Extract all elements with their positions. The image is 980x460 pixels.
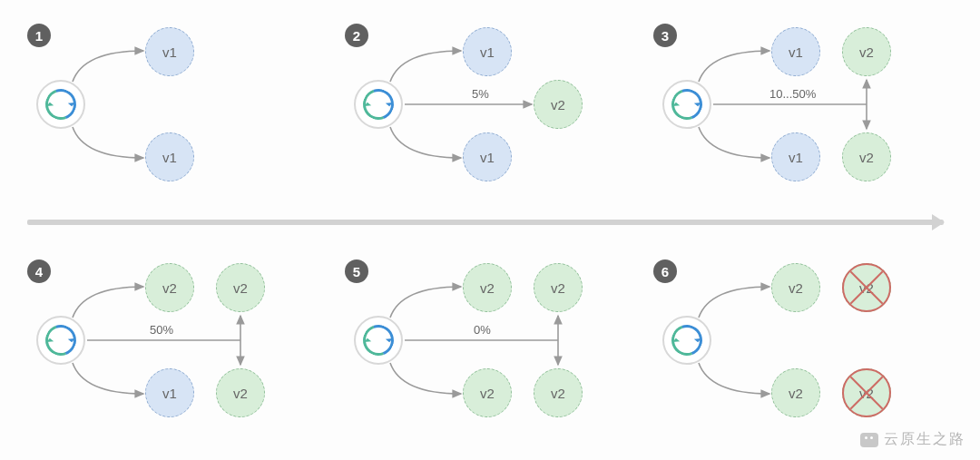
node-label: v1 <box>162 150 177 165</box>
step-badge: 6 <box>653 259 677 283</box>
rollout-controller-icon <box>662 80 711 129</box>
removed-node-v2: v2 <box>842 368 891 417</box>
target-node-v2: v2 <box>145 263 194 312</box>
step-number: 5 <box>353 264 360 279</box>
step-panel-6: 6 v2 v2 v2 v2 <box>644 254 953 426</box>
canary-percentage-label: 0% <box>474 323 491 337</box>
node-label: v1 <box>789 150 803 165</box>
extra-node-v2: v2 <box>534 368 583 417</box>
node-label: v2 <box>233 280 248 296</box>
target-node-v1: v1 <box>145 27 194 76</box>
node-label: v1 <box>162 44 177 60</box>
target-node-v1: v1 <box>145 368 194 417</box>
node-label: v2 <box>859 150 874 165</box>
node-label: v2 <box>859 386 874 401</box>
extra-node-v2: v2 <box>842 27 891 76</box>
node-label: v2 <box>480 386 495 401</box>
target-node-v1: v1 <box>463 27 512 76</box>
step-panel-1: 1 v1 v1 <box>18 18 327 191</box>
timeline-arrow <box>27 220 944 225</box>
rollout-controller-icon <box>354 80 403 129</box>
node-label: v2 <box>233 386 248 401</box>
step-panel-4: 4 v2 v1 v2 v2 50% <box>18 254 327 426</box>
step-badge: 5 <box>345 259 368 283</box>
step-number: 2 <box>353 28 360 44</box>
target-node-v1: v1 <box>771 27 820 76</box>
target-node-v1: v1 <box>145 132 194 181</box>
step-panel-3: 3 v1 v1 v2 v2 10...50% <box>644 18 953 191</box>
extra-node-v2: v2 <box>842 132 891 181</box>
node-label: v1 <box>480 44 495 60</box>
target-node-v1: v1 <box>771 132 820 181</box>
rollout-controller-icon <box>354 316 403 365</box>
target-node-v2: v2 <box>463 368 512 417</box>
extra-node-v2: v2 <box>534 263 583 312</box>
node-label: v2 <box>551 97 565 113</box>
node-label: v2 <box>480 280 495 296</box>
node-label: v1 <box>480 150 495 165</box>
target-node-v2: v2 <box>771 368 820 417</box>
step-badge: 1 <box>27 24 51 47</box>
step-panel-2: 2 v1 v2 v1 5% <box>336 18 644 191</box>
wechat-icon <box>860 433 878 447</box>
step-number: 4 <box>35 264 43 279</box>
target-node-v2: v2 <box>771 263 820 312</box>
node-label: v2 <box>162 280 177 296</box>
watermark-text: 云原生之路 <box>884 430 965 449</box>
node-label: v1 <box>789 44 803 60</box>
canary-percentage-label: 50% <box>150 323 173 337</box>
step-panel-5: 5 v2 v2 v2 v2 0% <box>336 254 644 426</box>
node-label: v2 <box>551 280 565 296</box>
step-badge: 4 <box>27 259 51 283</box>
extra-node-v2: v2 <box>216 263 265 312</box>
canary-percentage-label: 10...50% <box>769 87 816 101</box>
node-label: v2 <box>789 280 803 296</box>
step-badge: 3 <box>653 24 677 47</box>
rollout-controller-icon <box>36 316 85 365</box>
step-number: 1 <box>35 28 43 44</box>
removed-node-v2: v2 <box>842 263 891 312</box>
step-badge: 2 <box>345 24 368 47</box>
canary-percentage-label: 5% <box>472 87 489 101</box>
node-label: v1 <box>162 386 177 401</box>
watermark: 云原生之路 <box>860 430 965 449</box>
rollout-controller-icon <box>36 80 85 129</box>
extra-node-v2: v2 <box>216 368 265 417</box>
step-number: 3 <box>662 28 669 44</box>
target-node-v2: v2 <box>463 263 512 312</box>
node-label: v2 <box>551 386 565 401</box>
step-number: 6 <box>662 264 669 279</box>
node-label: v2 <box>859 280 874 296</box>
rollout-controller-icon <box>662 316 711 365</box>
node-label: v2 <box>859 44 874 60</box>
target-node-v2: v2 <box>534 80 583 129</box>
target-node-v1: v1 <box>463 132 512 181</box>
node-label: v2 <box>789 386 803 401</box>
